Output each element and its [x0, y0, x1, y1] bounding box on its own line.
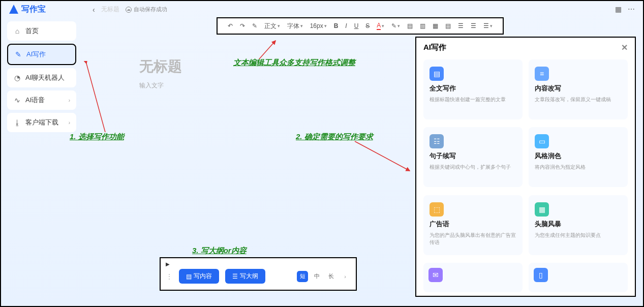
- rewrite-icon: ≡: [535, 67, 549, 81]
- bottom-toolbar: ▶ ⋮ ▤ 写内容 ☰ 写大纲 短 中 长 ›: [160, 257, 357, 291]
- sidebar-item-chatbot[interactable]: ◔ AI聊天机器人: [7, 68, 76, 87]
- close-icon[interactable]: ✕: [621, 43, 628, 52]
- doc-icon: ▤: [430, 67, 444, 81]
- paragraph-select[interactable]: 正文▾: [264, 22, 280, 30]
- brain-icon: ▦: [535, 202, 549, 217]
- sidebar-item-home[interactable]: ⌂ 首页: [7, 21, 76, 41]
- font-select[interactable]: 字体▾: [287, 22, 303, 30]
- sidebar-item-label: 客户端下载: [25, 118, 58, 127]
- chat-icon: ◔: [13, 74, 21, 82]
- ai-card-continue[interactable]: ☷ 句子续写 根据关键词或中心句，扩展多个句子: [423, 127, 523, 187]
- autosave-status: ☁ 自动保存成功: [126, 6, 167, 13]
- ad-icon: ⬚: [430, 202, 444, 217]
- home-icon: ⌂: [13, 27, 21, 35]
- sidebar-item-label: 首页: [25, 26, 39, 36]
- page-icon: ▯: [534, 268, 548, 282]
- strike-button[interactable]: S: [365, 22, 370, 29]
- chevron-right-icon[interactable]: ›: [340, 271, 351, 282]
- length-short-button[interactable]: 短: [297, 271, 308, 282]
- editor[interactable]: 无标题 输入文字: [124, 45, 398, 90]
- align-center-button[interactable]: ▥: [420, 22, 425, 29]
- ai-card-full-writing[interactable]: ▤ 全文写作 根据标题快速创建一篇完整的文章: [423, 59, 523, 119]
- back-button[interactable]: ‹: [93, 6, 95, 14]
- more-icon[interactable]: ⋯: [628, 5, 635, 13]
- download-icon: ⭳: [13, 118, 21, 127]
- chevron-right-icon: ›: [69, 98, 70, 103]
- doc-title-small: 无标题: [101, 5, 119, 14]
- play-icon[interactable]: ▶: [166, 261, 351, 267]
- align-right-button[interactable]: ▦: [433, 22, 438, 29]
- cloud-icon: ☁: [126, 7, 132, 13]
- underline-button[interactable]: U: [354, 22, 359, 29]
- redo-button[interactable]: ↷: [240, 22, 245, 29]
- grid-view-icon[interactable]: ▦: [615, 5, 622, 13]
- sidebar-item-ai-write[interactable]: ✎ AI写作: [7, 44, 76, 65]
- app-logo[interactable]: 写作宝: [9, 4, 46, 15]
- list-unordered-button[interactable]: ☰: [471, 22, 476, 29]
- mail-icon: ✉: [428, 268, 443, 282]
- ai-card-extra-1[interactable]: ✉: [423, 263, 523, 292]
- font-color-button[interactable]: A▾: [377, 22, 384, 30]
- align-justify-button[interactable]: ▤: [445, 22, 451, 29]
- list-icon: ☰: [232, 273, 238, 280]
- editor-toolbar: ↶ ↷ ✎ 正文▾ 字体▾ 16px▾ B I U S A▾ ✎▾ ▤ ▥ ▦ …: [217, 17, 504, 35]
- sidebar-item-label: AI写作: [26, 50, 46, 59]
- sidebar-item-label: AI聊天机器人: [25, 73, 65, 82]
- more-options-icon[interactable]: ⋮: [166, 272, 173, 281]
- write-outline-button[interactable]: ☰ 写大纲: [225, 269, 265, 284]
- audio-icon: ∿: [13, 96, 21, 104]
- ai-panel-title: AI写作: [423, 43, 446, 52]
- list-ordered-button[interactable]: ☰: [458, 22, 464, 29]
- format-paint-button[interactable]: ✎: [252, 22, 257, 29]
- sidebar-item-label: AI语音: [25, 96, 45, 105]
- chevron-right-icon: ›: [69, 120, 70, 126]
- italic-button[interactable]: I: [345, 22, 347, 29]
- ai-writing-panel: AI写作 ✕ ▤ 全文写作 根据标题快速创建一篇完整的文章 ≡ 内容改写 文章段…: [415, 37, 636, 297]
- logo-icon: [9, 5, 18, 14]
- indent-button[interactable]: ☰▾: [483, 22, 493, 29]
- bold-button[interactable]: B: [334, 22, 339, 29]
- write-content-button[interactable]: ▤ 写内容: [179, 269, 219, 284]
- continue-icon: ☷: [430, 134, 444, 148]
- ai-card-extra-2[interactable]: ▯: [529, 263, 628, 292]
- body-placeholder[interactable]: 输入文字: [139, 81, 398, 90]
- length-long-button[interactable]: 长: [325, 271, 336, 282]
- sidebar-item-voice[interactable]: ∿ AI语音 ›: [7, 90, 76, 110]
- ai-card-polish[interactable]: ▭ 风格润色 将内容润色为指定风格: [529, 127, 628, 187]
- ai-card-ad-slogan[interactable]: ⬚ 广告语 为您的产品头脑风暴出有创意的广告宣传语: [423, 195, 523, 255]
- sidebar: ⌂ 首页 ✎ AI写作 ◔ AI聊天机器人 ∿ AI语音 › ⭳ 客户端下载 ›: [1, 17, 82, 306]
- polish-icon: ▭: [535, 134, 549, 148]
- doc-icon: ▤: [186, 273, 192, 280]
- sidebar-item-download[interactable]: ⭳ 客户端下载 ›: [7, 113, 76, 132]
- app-name: 写作宝: [21, 4, 46, 15]
- align-left-button[interactable]: ▤: [407, 22, 413, 29]
- edit-icon: ✎: [14, 50, 22, 58]
- fontsize-select[interactable]: 16px▾: [310, 22, 327, 29]
- undo-button[interactable]: ↶: [228, 22, 233, 29]
- highlight-button[interactable]: ✎▾: [391, 22, 400, 29]
- ai-card-brainstorm[interactable]: ▦ 头脑风暴 为您生成任何主题的知识要点: [529, 195, 628, 255]
- ai-card-rewrite[interactable]: ≡ 内容改写 文章段落改写，保留原义一键成稿: [529, 59, 628, 119]
- length-mid-button[interactable]: 中: [311, 271, 322, 282]
- title-placeholder[interactable]: 无标题: [139, 57, 398, 76]
